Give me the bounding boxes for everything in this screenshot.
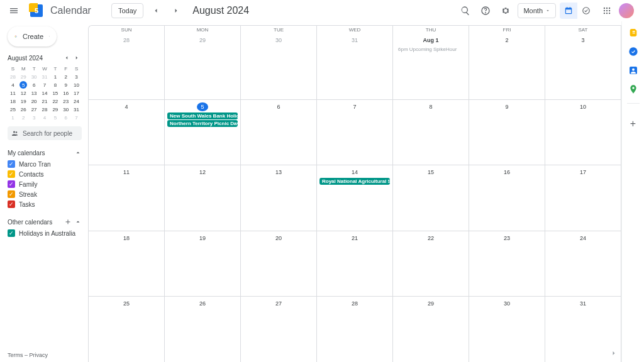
day-cell[interactable]: 27 xyxy=(241,297,317,362)
day-cell[interactable]: 9 xyxy=(469,100,545,165)
checkbox-icon[interactable]: ✓ xyxy=(8,229,15,237)
mini-day-cell[interactable]: 10 xyxy=(71,81,82,89)
main-menu-button[interactable] xyxy=(5,2,23,19)
account-avatar[interactable] xyxy=(619,3,634,18)
help-button[interactable] xyxy=(477,3,494,19)
day-cell[interactable]: 28 xyxy=(317,297,393,362)
mini-day-cell[interactable]: 24 xyxy=(71,97,82,105)
mini-day-cell[interactable]: 5 xyxy=(50,114,60,121)
day-cell[interactable]: 14Royal National Agricultural Show Day xyxy=(317,165,393,231)
today-button[interactable]: Today xyxy=(111,3,143,18)
event-chip[interactable]: Royal National Agricultural Show Day xyxy=(319,178,390,185)
view-selector[interactable]: Month xyxy=(518,3,556,18)
contacts-icon[interactable] xyxy=(628,65,638,75)
day-cell[interactable]: 22 xyxy=(393,231,469,297)
mini-day-cell[interactable]: 4 xyxy=(40,114,50,121)
day-cell[interactable]: 6 xyxy=(241,100,317,165)
privacy-link[interactable]: Privacy xyxy=(30,352,48,358)
settings-button[interactable] xyxy=(497,3,514,19)
next-month-button[interactable] xyxy=(169,3,184,18)
mini-day-cell[interactable]: 20 xyxy=(29,97,40,105)
checkbox-icon[interactable]: ✓ xyxy=(8,170,15,178)
calendar-item[interactable]: ✓Holidays in Australia xyxy=(8,228,82,238)
mini-day-cell[interactable]: 8 xyxy=(50,81,60,89)
day-cell[interactable]: 5New South Wales Bank Holiday (NewNorthe… xyxy=(165,100,241,165)
day-cell[interactable]: 23 xyxy=(469,231,545,297)
mini-day-cell[interactable]: 16 xyxy=(60,89,71,97)
day-cell[interactable]: 29 xyxy=(393,297,469,362)
day-cell[interactable]: 26 xyxy=(165,297,241,362)
mini-day-cell[interactable]: 7 xyxy=(40,81,50,89)
mini-day-cell[interactable]: 26 xyxy=(18,106,29,113)
plus-icon[interactable] xyxy=(64,218,72,226)
day-cell[interactable]: 13 xyxy=(241,165,317,231)
mini-day-cell[interactable]: 25 xyxy=(8,106,18,113)
mini-day-cell[interactable]: 3 xyxy=(29,114,40,121)
day-cell[interactable]: 16 xyxy=(469,165,545,231)
day-cell[interactable]: 8 xyxy=(393,100,469,165)
mini-calendar[interactable]: SMTWTFS282930311234567891011121314151617… xyxy=(8,65,82,121)
calendar-item[interactable]: ✓Marco Tran xyxy=(8,159,82,169)
mini-day-cell[interactable]: 21 xyxy=(40,97,50,105)
mini-day-cell[interactable]: 14 xyxy=(40,89,50,97)
day-cell[interactable]: 2 xyxy=(469,33,545,99)
mini-day-cell[interactable]: 12 xyxy=(18,89,29,97)
mini-day-cell[interactable]: 31 xyxy=(71,106,82,113)
day-cell[interactable]: 20 xyxy=(241,231,317,297)
mini-day-cell[interactable]: 3 xyxy=(71,73,82,80)
mini-day-cell[interactable]: 2 xyxy=(60,73,71,80)
day-cell[interactable]: 10 xyxy=(545,100,621,165)
mini-day-cell[interactable]: 29 xyxy=(18,73,29,80)
tasks-view-button[interactable] xyxy=(577,3,595,19)
mini-day-cell[interactable]: 27 xyxy=(29,106,40,113)
day-cell[interactable]: 7 xyxy=(317,100,393,165)
mini-day-cell[interactable]: 1 xyxy=(50,73,60,80)
event-chip[interactable]: New South Wales Bank Holiday (New xyxy=(167,112,238,119)
event-chip[interactable]: 6pm Upcoming SpikeHour xyxy=(396,46,466,53)
day-cell[interactable]: 15 xyxy=(393,165,469,231)
mini-day-cell[interactable]: 22 xyxy=(50,97,60,105)
day-cell[interactable]: 19 xyxy=(165,231,241,297)
day-cell[interactable]: 30 xyxy=(241,33,317,99)
mini-day-cell[interactable]: 28 xyxy=(40,106,50,113)
apps-button[interactable] xyxy=(599,3,615,19)
mini-next-button[interactable] xyxy=(72,53,82,63)
day-cell[interactable]: 31 xyxy=(317,33,393,99)
mini-day-cell[interactable]: 6 xyxy=(29,81,40,89)
mini-day-cell[interactable]: 11 xyxy=(8,89,18,97)
checkbox-icon[interactable]: ✓ xyxy=(8,200,15,208)
day-cell[interactable]: 4 xyxy=(89,100,165,165)
checkbox-icon[interactable]: ✓ xyxy=(8,160,15,168)
calendar-item[interactable]: ✓Contacts xyxy=(8,169,82,179)
day-cell[interactable]: 3 xyxy=(545,33,621,99)
mini-day-cell[interactable]: 4 xyxy=(8,81,18,89)
maps-icon[interactable] xyxy=(628,84,638,94)
mini-day-cell[interactable]: 9 xyxy=(60,81,71,89)
create-button[interactable]: Create xyxy=(8,26,57,47)
checkbox-icon[interactable]: ✓ xyxy=(8,180,15,188)
calendar-item[interactable]: ✓Streak xyxy=(8,189,82,199)
mini-prev-button[interactable] xyxy=(62,53,72,63)
prev-month-button[interactable] xyxy=(148,3,164,18)
day-cell[interactable]: 18 xyxy=(89,231,165,297)
search-button[interactable] xyxy=(457,3,474,19)
day-cell[interactable]: Aug 16pm Upcoming SpikeHour xyxy=(393,33,469,99)
mini-day-cell[interactable]: 18 xyxy=(8,97,18,105)
day-cell[interactable]: 17 xyxy=(545,165,621,231)
day-cell[interactable]: 28 xyxy=(89,33,165,99)
day-cell[interactable]: 12 xyxy=(165,165,241,231)
mini-day-cell[interactable]: 29 xyxy=(50,106,60,113)
mini-day-cell[interactable]: 28 xyxy=(8,73,18,80)
mini-day-cell[interactable]: 5 xyxy=(18,81,29,89)
calendar-view-button[interactable] xyxy=(560,3,577,19)
mini-day-cell[interactable]: 15 xyxy=(50,89,60,97)
mini-day-cell[interactable]: 7 xyxy=(71,114,82,121)
tasks-icon[interactable] xyxy=(628,47,638,57)
mini-day-cell[interactable]: 6 xyxy=(60,114,71,121)
day-cell[interactable]: 25 xyxy=(89,297,165,362)
mini-day-cell[interactable]: 31 xyxy=(40,73,50,80)
day-cell[interactable]: 21 xyxy=(317,231,393,297)
day-cell[interactable]: 30 xyxy=(469,297,545,362)
mini-day-cell[interactable]: 30 xyxy=(29,73,40,80)
calendar-item[interactable]: ✓Family xyxy=(8,179,82,189)
